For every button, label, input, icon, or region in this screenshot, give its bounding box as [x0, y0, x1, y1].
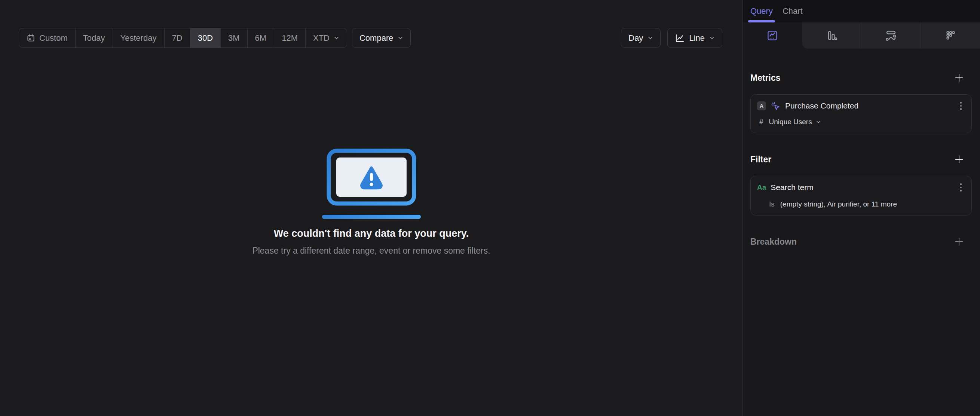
- metric-name[interactable]: Purchase Completed: [785, 101, 953, 110]
- metric-row: A Purchase Completed: [757, 100, 965, 112]
- metric-card[interactable]: A Purchase Completed #: [750, 94, 972, 133]
- report-tab-insights[interactable]: [743, 22, 802, 49]
- range-today[interactable]: Today: [75, 29, 113, 48]
- compare-button[interactable]: Compare: [352, 28, 411, 48]
- range-yesterday[interactable]: Yesterday: [113, 29, 164, 48]
- range-label: 6M: [255, 33, 267, 43]
- tab-query[interactable]: Query: [749, 0, 773, 22]
- add-breakdown-button[interactable]: [952, 235, 966, 249]
- chevron-down-icon: [709, 35, 715, 41]
- filter-section-header: Filter: [750, 153, 972, 166]
- funnels-bars-icon: [826, 30, 837, 41]
- date-controls: Custom Today Yesterday 7D 30D 3M 6M 12M …: [19, 28, 411, 48]
- empty-state-subtitle: Please try a different date range, event…: [252, 246, 490, 256]
- range-label: Custom: [39, 33, 68, 43]
- report-type-tabs: [743, 22, 980, 49]
- filter-title: Filter: [750, 155, 771, 164]
- add-metric-button[interactable]: [952, 71, 966, 84]
- chevron-down-icon: [398, 35, 403, 41]
- report-canvas: Custom Today Yesterday 7D 30D 3M 6M 12M …: [0, 0, 743, 416]
- breakdown-section-header: Breakdown: [750, 235, 972, 249]
- count-symbol: #: [759, 118, 764, 126]
- chart-type-dropdown[interactable]: Line: [667, 28, 722, 48]
- compare-label: Compare: [360, 33, 393, 43]
- range-label: XTD: [313, 33, 329, 43]
- range-6m[interactable]: 6M: [247, 29, 274, 48]
- report-tab-flows[interactable]: [861, 22, 921, 49]
- range-3m[interactable]: 3M: [220, 29, 247, 48]
- app-window: Custom Today Yesterday 7D 30D 3M 6M 12M …: [0, 0, 980, 416]
- report-tab-retention[interactable]: [921, 22, 980, 49]
- range-30d[interactable]: 30D: [190, 29, 220, 48]
- range-7d[interactable]: 7D: [164, 29, 190, 48]
- empty-state-title: We couldn't find any data for your query…: [274, 228, 469, 239]
- report-toolbar: Custom Today Yesterday 7D 30D 3M 6M 12M …: [19, 28, 722, 48]
- granularity-label: Day: [628, 33, 643, 43]
- query-builder-panel: Metrics A Purchase: [743, 49, 980, 416]
- chevron-down-icon: [334, 35, 339, 41]
- range-xtd[interactable]: XTD: [305, 29, 347, 48]
- metrics-section-header: Metrics: [750, 71, 972, 84]
- range-label: 3M: [228, 33, 240, 43]
- aggregation-dropdown[interactable]: Unique Users: [769, 118, 821, 126]
- filter-operator[interactable]: Is: [769, 200, 775, 208]
- range-label: 7D: [172, 33, 183, 43]
- chevron-down-icon: [648, 35, 653, 41]
- range-label: Yesterday: [121, 33, 157, 43]
- monitor-warning-icon: [322, 148, 421, 219]
- filter-row: Aa Search term: [757, 182, 965, 193]
- filter-property-name[interactable]: Search term: [770, 183, 953, 192]
- retention-dots-icon: [945, 30, 956, 41]
- query-builder-sidebar: Query Chart: [743, 0, 980, 416]
- range-12m[interactable]: 12M: [274, 29, 305, 48]
- flows-wave-icon: [885, 30, 897, 41]
- range-label: 30D: [198, 33, 213, 43]
- tab-query-label: Query: [750, 6, 773, 16]
- tab-chart-label: Chart: [783, 6, 803, 16]
- aggregation-label: Unique Users: [769, 118, 812, 126]
- chart-type-label: Line: [689, 33, 705, 43]
- chart-controls: Day Line: [621, 28, 722, 48]
- range-label: 12M: [282, 33, 298, 43]
- filter-menu-button[interactable]: [958, 182, 964, 193]
- metric-menu-button[interactable]: [958, 100, 964, 112]
- date-range-segmented-control: Custom Today Yesterday 7D 30D 3M 6M 12M …: [19, 28, 347, 48]
- filter-card[interactable]: Aa Search term Is (empty string), Air pu…: [750, 176, 972, 215]
- metrics-title: Metrics: [750, 73, 781, 83]
- empty-state: We couldn't find any data for your query…: [0, 148, 743, 256]
- add-filter-button[interactable]: [952, 153, 966, 166]
- insights-chart-icon: [767, 30, 778, 41]
- chevron-down-icon: [816, 120, 821, 124]
- range-custom[interactable]: Custom: [19, 29, 75, 48]
- tab-chart[interactable]: Chart: [782, 0, 803, 22]
- filter-values[interactable]: (empty string), Air purifier, or 11 more: [780, 200, 897, 208]
- breakdown-title: Breakdown: [750, 237, 797, 247]
- report-tab-funnels[interactable]: [802, 22, 861, 49]
- granularity-dropdown[interactable]: Day: [621, 28, 660, 48]
- calendar-icon: [27, 33, 35, 42]
- filter-condition-row: Is (empty string), Air purifier, or 11 m…: [757, 200, 965, 208]
- metric-aggregation-row: # Unique Users: [757, 118, 965, 126]
- string-property-icon: Aa: [757, 183, 766, 191]
- line-chart-icon: [675, 33, 684, 43]
- sidebar-tab-bar: Query Chart: [743, 0, 980, 22]
- metric-letter-badge: A: [757, 101, 766, 110]
- click-event-icon: [770, 101, 781, 111]
- range-label: Today: [83, 33, 105, 43]
